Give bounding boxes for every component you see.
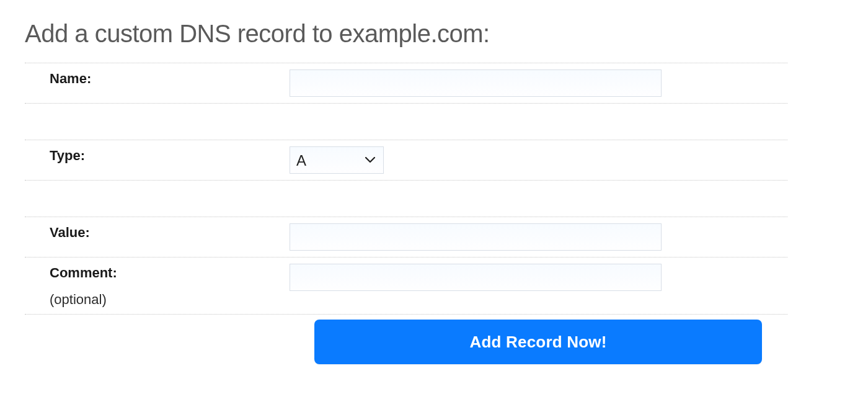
comment-input[interactable]	[290, 264, 662, 291]
value-label: Value:	[50, 223, 290, 243]
type-label: Type:	[50, 146, 290, 166]
form-row-name: Name:	[25, 63, 787, 104]
comment-label: Comment:	[50, 264, 290, 283]
dns-record-form: Name: Type: A Valu	[25, 63, 787, 364]
name-input[interactable]	[290, 69, 662, 97]
form-row-comment: Comment: (optional)	[25, 257, 787, 315]
value-input[interactable]	[290, 223, 662, 251]
type-select[interactable]: A	[290, 146, 384, 174]
add-record-button[interactable]: Add Record Now!	[314, 320, 762, 364]
form-row-submit: Add Record Now!	[25, 315, 787, 364]
name-label: Name:	[50, 69, 290, 89]
page-title: Add a custom DNS record to example.com:	[25, 20, 843, 48]
form-row-type: Type: A	[25, 140, 787, 181]
comment-sublabel: (optional)	[50, 292, 290, 308]
form-row-value: Value:	[25, 217, 787, 257]
